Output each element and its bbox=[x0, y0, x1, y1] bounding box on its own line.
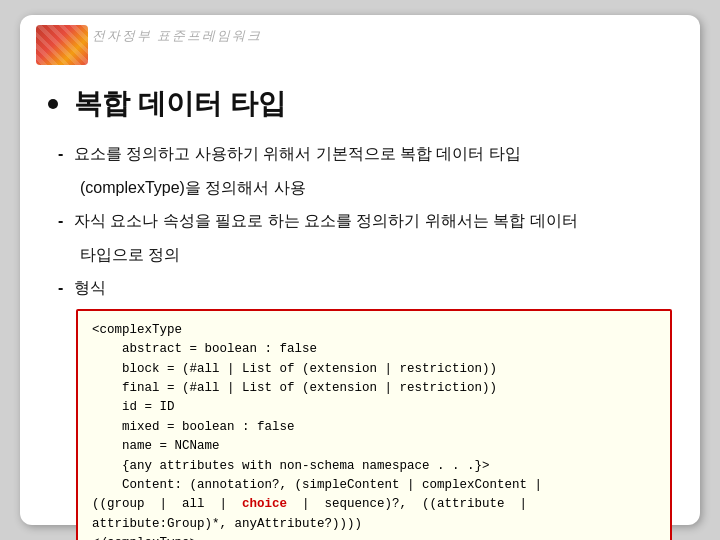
logo-area bbox=[36, 25, 96, 70]
title-text: 복합 데이터 타입 bbox=[74, 85, 286, 123]
bullet-icon bbox=[48, 99, 58, 109]
content-area: - 요소를 정의하고 사용하기 위해서 기본적으로 복합 데이터 타입 (com… bbox=[58, 141, 672, 540]
logo-image bbox=[36, 25, 88, 65]
item2-indent-text: 타입으로 정의 bbox=[80, 246, 180, 263]
item3-text: 형식 bbox=[74, 279, 106, 296]
code-line-3: block = (#all | List of (extension | res… bbox=[92, 362, 497, 376]
item1-indent: (complexType)을 정의해서 사용 bbox=[80, 175, 672, 201]
code-line-10: ((group | all | choice | sequence)?, ((a… bbox=[92, 497, 527, 511]
list-item-2: - 자식 요소나 속성을 필요로 하는 요소를 정의하기 위해서는 복합 데이터 bbox=[58, 208, 672, 234]
code-line-11: attribute:Group)*, anyAttribute?)))) bbox=[92, 517, 362, 531]
code-line-2: abstract = boolean : false bbox=[92, 342, 317, 356]
item2-indent: 타입으로 정의 bbox=[80, 242, 672, 268]
item1-text: 요소를 정의하고 사용하기 위해서 기본적으로 복합 데이터 타입 bbox=[74, 145, 521, 162]
code-line-8: {any attributes with non-schema namespac… bbox=[92, 459, 490, 473]
item1-indent-text: (complexType)을 정의해서 사용 bbox=[80, 179, 306, 196]
code-line-6: mixed = boolean : false bbox=[92, 420, 295, 434]
code-block: <complexType abstract = boolean : false … bbox=[76, 309, 672, 540]
code-line-1: <complexType bbox=[92, 323, 182, 337]
slide: 전자정부 표준프레임워크 복합 데이터 타입 - 요소를 정의하고 사용하기 위… bbox=[20, 15, 700, 525]
dash-3: - bbox=[58, 279, 63, 296]
code-line-5: id = ID bbox=[92, 400, 175, 414]
item2-text: 자식 요소나 속성을 필요로 하는 요소를 정의하기 위해서는 복합 데이터 bbox=[74, 212, 578, 229]
code-line-12: </complexType> bbox=[92, 536, 197, 540]
code-line-7: name = NCName bbox=[92, 439, 220, 453]
dash-1: - bbox=[58, 145, 63, 162]
main-title: 복합 데이터 타입 bbox=[48, 85, 672, 123]
code-line-4: final = (#all | List of (extension | res… bbox=[92, 381, 497, 395]
list-item-1: - 요소를 정의하고 사용하기 위해서 기본적으로 복합 데이터 타입 bbox=[58, 141, 672, 167]
watermark-text: 전자정부 표준프레임워크 bbox=[92, 27, 262, 45]
code-line-9: Content: (annotation?, (simpleContent | … bbox=[92, 478, 542, 492]
dash-2: - bbox=[58, 212, 63, 229]
list-item-3: - 형식 bbox=[58, 275, 672, 301]
